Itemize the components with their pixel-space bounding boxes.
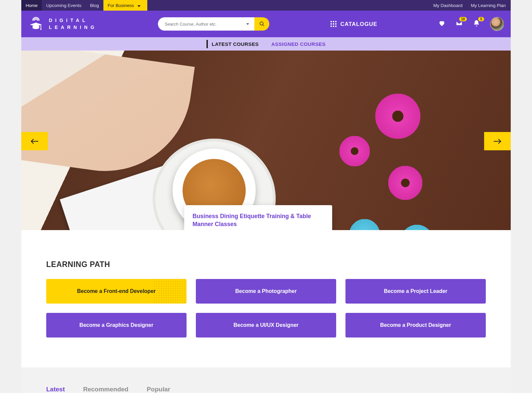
course-subnav: LATEST COURSES ASSIGNED COURSES (21, 37, 511, 51)
catalogue-link[interactable]: CATALOGUE (331, 21, 377, 27)
logo-text: DIGITAL LEARNING (49, 17, 97, 31)
course-list-tabs: Latest Recommended Popular (46, 386, 486, 393)
topnav-for-business[interactable]: For Business (103, 0, 147, 11)
apps-grid-icon (331, 21, 336, 27)
topnav-my-dashboard[interactable]: My Dashboard (433, 3, 463, 8)
svg-point-2 (260, 22, 263, 25)
learning-path-section: LEARNING PATH Become a Front-end Develop… (21, 230, 511, 367)
learning-path-title: LEARNING PATH (46, 260, 486, 269)
search-dropdown-icon[interactable] (246, 23, 249, 25)
carousel-prev-button[interactable] (21, 132, 48, 150)
search-icon (259, 21, 265, 27)
notifications-button[interactable]: 5 (473, 20, 480, 28)
logo-text-line1: DIGITAL (49, 17, 97, 24)
catalogue-label: CATALOGUE (340, 21, 377, 27)
favourites-button[interactable] (438, 20, 446, 28)
svg-point-1 (40, 29, 42, 30)
topbar-left: Home Upcoming Events Blog For Business (21, 0, 147, 11)
hero-image-decor (394, 220, 440, 230)
subnav-assigned-courses[interactable]: ASSIGNED COURSES (271, 40, 326, 48)
arrow-left-icon (30, 138, 39, 144)
header-actions: 10 5 (438, 17, 504, 31)
user-avatar[interactable] (490, 17, 504, 31)
search-input[interactable] (165, 22, 246, 27)
topbar: Home Upcoming Events Blog For Business M… (21, 0, 511, 11)
carousel-next-button[interactable] (484, 132, 511, 150)
hero-course-title: Business Dining Etiquette Training & Tab… (193, 212, 324, 228)
learning-path-card[interactable]: Become a Front-end Developer (46, 279, 187, 304)
learning-path-card[interactable]: Become a Graphics Designer (46, 313, 187, 337)
topnav-for-business-label: For Business (108, 3, 134, 8)
course-list-section: Latest Recommended Popular (21, 367, 511, 393)
logo-icon (28, 16, 44, 32)
hero-image-decor (382, 160, 429, 206)
messages-button[interactable]: 10 (456, 20, 463, 28)
hero-image-decor (344, 213, 385, 230)
learning-path-card[interactable]: Become a Project Leader (345, 279, 486, 304)
learning-path-card[interactable]: Become a Photographer (196, 279, 336, 304)
hero-course-card: Business Dining Etiquette Training & Tab… (184, 205, 332, 230)
learning-path-card[interactable]: Become a UI/UX Designer (196, 313, 336, 337)
search-input-wrap[interactable] (158, 17, 254, 31)
subnav-latest-courses[interactable]: LATEST COURSES (206, 40, 259, 48)
tab-popular[interactable]: Popular (147, 386, 170, 393)
learning-path-grid: Become a Front-end DeveloperBecome a Pho… (46, 279, 486, 337)
hero-image-decor (367, 85, 429, 147)
chevron-down-icon (137, 3, 141, 8)
arrow-right-icon (493, 138, 502, 144)
tab-recommended[interactable]: Recommended (83, 386, 128, 393)
topnav-blog[interactable]: Blog (86, 0, 103, 11)
tab-latest[interactable]: Latest (46, 386, 65, 393)
logo[interactable]: DIGITAL LEARNING (28, 16, 97, 32)
messages-badge: 10 (459, 17, 467, 21)
search-bar (158, 17, 269, 31)
hero-image-decor (334, 130, 375, 172)
heart-icon (438, 20, 446, 27)
topnav-upcoming-events[interactable]: Upcoming Events (42, 0, 86, 11)
notifications-badge: 5 (478, 17, 484, 21)
svg-line-3 (263, 25, 264, 26)
hero-carousel: Business Dining Etiquette Training & Tab… (21, 51, 511, 230)
learning-path-card[interactable]: Become a Product Designer (345, 313, 486, 337)
topnav-home[interactable]: Home (21, 0, 42, 11)
topnav-my-learning-plan[interactable]: My Learning Plan (471, 3, 506, 8)
topbar-right: My Dashboard My Learning Plan (433, 3, 511, 8)
logo-text-line2: LEARNING (49, 24, 97, 31)
search-button[interactable] (254, 17, 269, 31)
header: DIGITAL LEARNING CATALOGUE (21, 11, 511, 37)
